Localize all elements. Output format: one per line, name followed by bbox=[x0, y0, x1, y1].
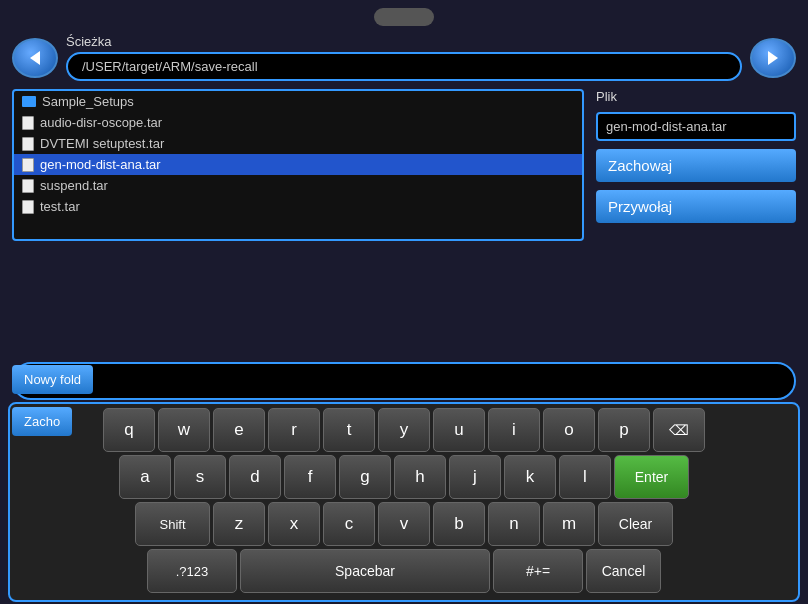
hashtag-key[interactable]: #+= bbox=[493, 549, 583, 593]
file-name: DVTEMI setuptest.tar bbox=[40, 136, 164, 151]
file-icon bbox=[22, 179, 34, 193]
keyboard-area: q w e r t y u i o p ⌫ a s d f g h j k l … bbox=[0, 356, 808, 604]
keyboard-text-input[interactable] bbox=[12, 362, 796, 400]
nav-label: Ścieżka bbox=[66, 34, 742, 49]
key-t[interactable]: t bbox=[323, 408, 375, 452]
keyboard-row-2: a s d f g h j k l Enter bbox=[14, 455, 794, 499]
file-name: gen-mod-dist-ana.tar bbox=[40, 157, 161, 172]
file-icon bbox=[22, 137, 34, 151]
top-bar bbox=[0, 0, 808, 30]
file-name: test.tar bbox=[40, 199, 80, 214]
key-d[interactable]: d bbox=[229, 455, 281, 499]
key-u[interactable]: u bbox=[433, 408, 485, 452]
new-folder-button[interactable]: Nowy fold bbox=[12, 365, 93, 394]
key-x[interactable]: x bbox=[268, 502, 320, 546]
key-r[interactable]: r bbox=[268, 408, 320, 452]
file-list[interactable]: Sample_Setupsaudio-disr-oscope.tarDVTEMI… bbox=[12, 89, 584, 241]
recall-button[interactable]: Przywołaj bbox=[596, 190, 796, 223]
key-v[interactable]: v bbox=[378, 502, 430, 546]
key-m[interactable]: m bbox=[543, 502, 595, 546]
key-y[interactable]: y bbox=[378, 408, 430, 452]
file-name: suspend.tar bbox=[40, 178, 108, 193]
right-panel: Plik Zachowaj Przywołaj bbox=[596, 89, 796, 241]
cancel-key[interactable]: Cancel bbox=[586, 549, 661, 593]
nav-area: Ścieżka bbox=[0, 30, 808, 85]
top-handle bbox=[374, 8, 434, 26]
file-label: Plik bbox=[596, 89, 796, 104]
keyboard-row-1: q w e r t y u i o p ⌫ bbox=[14, 408, 794, 452]
list-item[interactable]: Sample_Setups bbox=[14, 91, 582, 112]
file-icon bbox=[22, 158, 34, 172]
key-i[interactable]: i bbox=[488, 408, 540, 452]
key-f[interactable]: f bbox=[284, 455, 336, 499]
zachowaj-bottom-button[interactable]: Zacho bbox=[12, 407, 72, 436]
file-icon bbox=[22, 116, 34, 130]
nav-path-input[interactable] bbox=[66, 52, 742, 81]
file-input[interactable] bbox=[596, 112, 796, 141]
key-b[interactable]: b bbox=[433, 502, 485, 546]
keyboard: q w e r t y u i o p ⌫ a s d f g h j k l … bbox=[8, 402, 800, 602]
key-n[interactable]: n bbox=[488, 502, 540, 546]
back-button[interactable] bbox=[12, 38, 58, 78]
keyboard-row-4: .?123 Spacebar #+= Cancel bbox=[14, 549, 794, 593]
svg-marker-1 bbox=[768, 51, 778, 65]
spacebar-key[interactable]: Spacebar bbox=[240, 549, 490, 593]
key-q[interactable]: q bbox=[103, 408, 155, 452]
key-a[interactable]: a bbox=[119, 455, 171, 499]
folder-icon bbox=[22, 96, 36, 107]
key-s[interactable]: s bbox=[174, 455, 226, 499]
key-k[interactable]: k bbox=[504, 455, 556, 499]
forward-button[interactable] bbox=[750, 38, 796, 78]
keyboard-row-3: Shift z x c v b n m Clear bbox=[14, 502, 794, 546]
save-button[interactable]: Zachowaj bbox=[596, 149, 796, 182]
list-item[interactable]: DVTEMI setuptest.tar bbox=[14, 133, 582, 154]
list-item[interactable]: test.tar bbox=[14, 196, 582, 217]
key-j[interactable]: j bbox=[449, 455, 501, 499]
shift-key[interactable]: Shift bbox=[135, 502, 210, 546]
clear-key[interactable]: Clear bbox=[598, 502, 673, 546]
key-g[interactable]: g bbox=[339, 455, 391, 499]
enter-key[interactable]: Enter bbox=[614, 455, 689, 499]
nav-path-container: Ścieżka bbox=[66, 34, 742, 81]
backspace-key[interactable]: ⌫ bbox=[653, 408, 705, 452]
key-h[interactable]: h bbox=[394, 455, 446, 499]
file-icon bbox=[22, 200, 34, 214]
key-w[interactable]: w bbox=[158, 408, 210, 452]
key-p[interactable]: p bbox=[598, 408, 650, 452]
file-name: audio-disr-oscope.tar bbox=[40, 115, 162, 130]
file-name: Sample_Setups bbox=[42, 94, 134, 109]
list-item[interactable]: gen-mod-dist-ana.tar bbox=[14, 154, 582, 175]
key-e[interactable]: e bbox=[213, 408, 265, 452]
list-item[interactable]: audio-disr-oscope.tar bbox=[14, 112, 582, 133]
key-l[interactable]: l bbox=[559, 455, 611, 499]
list-item[interactable]: suspend.tar bbox=[14, 175, 582, 196]
key-o[interactable]: o bbox=[543, 408, 595, 452]
key-z[interactable]: z bbox=[213, 502, 265, 546]
symbols-key[interactable]: .?123 bbox=[147, 549, 237, 593]
key-c[interactable]: c bbox=[323, 502, 375, 546]
svg-marker-0 bbox=[30, 51, 40, 65]
main-content: Sample_Setupsaudio-disr-oscope.tarDVTEMI… bbox=[0, 85, 808, 245]
